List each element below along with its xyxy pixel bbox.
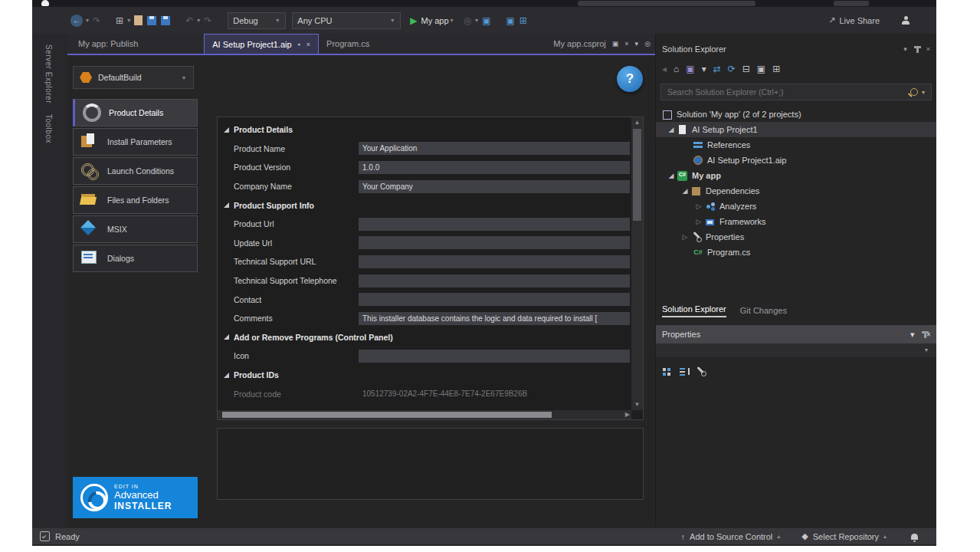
technical-support-url-input[interactable] [359, 255, 630, 268]
platform-dropdown[interactable]: Any CPU ▾ [292, 12, 401, 29]
categorized-icon[interactable] [662, 366, 673, 376]
preview-window-icon[interactable]: ▣ [482, 15, 490, 26]
contact-input[interactable] [359, 293, 630, 306]
alphabetical-icon[interactable] [679, 366, 690, 376]
tool-dropdown-caret-icon[interactable]: ▾ [127, 17, 130, 24]
window-menu-caret-icon[interactable]: ▾ [910, 330, 915, 340]
tree-row-dependencies[interactable]: ◢ Dependencies [656, 183, 936, 199]
tab-my-app-csproj[interactable]: My app.csproj ▣ × ▾ ◎ [553, 34, 655, 54]
product-version-input[interactable]: 1.0.0 [359, 161, 630, 174]
category-msix[interactable]: MSIX [73, 215, 198, 243]
start-debugging-button[interactable]: ▶ My app ▾ [410, 15, 454, 26]
pending-changes-filter-icon[interactable]: ▾ [702, 64, 706, 74]
auto-hide-pin-icon[interactable] [916, 46, 919, 53]
property-pages-icon[interactable] [696, 366, 706, 376]
product-name-input[interactable]: Your Application [359, 142, 630, 155]
section-product-ids[interactable]: Product IDs [221, 366, 630, 385]
comments-input[interactable]: This installer database contains the log… [359, 312, 630, 325]
hot-reload-icon[interactable]: ◎ [464, 15, 471, 26]
build-tool-icon[interactable]: ⊞ [116, 15, 123, 26]
tree-row-my-app[interactable]: ◢ C# My app [656, 168, 936, 183]
vertical-scrollbar[interactable]: ▲ ▼ [631, 117, 643, 410]
tab-ai-setup-project[interactable]: AI Setup Project1.aip ▪ × [204, 34, 319, 54]
quick-search-box[interactable] [578, 1, 755, 6]
save-all-icon[interactable] [161, 16, 170, 25]
search-options-caret-icon[interactable]: ▾ [922, 89, 925, 96]
collapsed-arrow-icon[interactable]: ▷ [694, 202, 703, 210]
tab-list-caret-icon[interactable]: ▾ [635, 40, 639, 48]
switch-views-icon[interactable]: ▣ [686, 64, 694, 74]
solution-explorer-search-box[interactable]: ▾ [660, 84, 932, 100]
tree-row-ai-setup-project[interactable]: ◢ AI Setup Project1 [656, 122, 936, 137]
window-menu-caret-icon[interactable]: ▾ [903, 45, 907, 53]
category-product-details[interactable]: Product Details [73, 99, 198, 127]
sync-with-active-document-icon[interactable]: ⇄ [713, 64, 721, 74]
expanded-arrow-icon[interactable]: ◢ [667, 172, 676, 179]
home-icon[interactable]: ⌂ [674, 64, 679, 74]
toolbox-tab[interactable]: Toolbox [44, 114, 53, 143]
category-dialogs[interactable]: Dialogs [73, 245, 198, 272]
pin-icon[interactable]: ▪ [298, 41, 300, 48]
select-repository-button[interactable]: ◆ Select Repository ▴ [801, 531, 888, 541]
account-icon[interactable] [901, 16, 910, 25]
new-file-icon[interactable] [134, 15, 143, 25]
technical-support-telephone-input[interactable] [359, 274, 630, 288]
live-share-button[interactable]: ↗ Live Share [828, 15, 880, 25]
close-icon[interactable]: × [306, 41, 310, 48]
tree-row-solution[interactable]: Solution 'My app' (2 of 2 projects) [656, 107, 936, 122]
window-controls[interactable] [834, 1, 869, 6]
category-launch-conditions[interactable]: Launch Conditions [73, 157, 198, 185]
navigate-back-icon[interactable]: ← [70, 15, 83, 27]
undo-icon[interactable]: ↶ [185, 15, 193, 26]
properties-window-icon[interactable]: ⊞ [772, 64, 780, 74]
tree-row-analyzers[interactable]: ▷ Analyzers [656, 199, 936, 214]
section-add-remove-programs[interactable]: Add or Remove Programs (Control Panel) [221, 328, 630, 347]
toolbox-window-icon[interactable]: ⊞ [519, 15, 527, 26]
company-name-input[interactable]: Your Company [359, 180, 630, 193]
server-explorer-tab[interactable]: Server Explorer [44, 44, 53, 104]
save-icon[interactable] [147, 16, 156, 25]
advanced-installer-banner[interactable]: EDIT IN Advanced INSTALLER [73, 477, 198, 518]
section-product-details[interactable]: Product Details [221, 120, 630, 140]
float-window-icon[interactable]: ◎ [644, 40, 651, 48]
update-url-input[interactable] [359, 236, 630, 249]
tab-my-app-publish[interactable]: My app: Publish [70, 34, 169, 54]
scroll-right-icon[interactable]: ▶ [625, 410, 630, 419]
expanded-arrow-icon[interactable]: ◢ [680, 187, 690, 195]
close-icon[interactable]: × [624, 40, 628, 48]
tab-git-changes[interactable]: Git Changes [740, 306, 787, 317]
close-icon[interactable]: × [926, 45, 930, 53]
help-button[interactable]: ? [617, 66, 643, 92]
section-product-support-info[interactable]: Product Support Info [221, 196, 630, 215]
add-to-source-control-button[interactable]: ↑ Add to Source Control ▴ [681, 532, 782, 541]
scroll-down-icon[interactable]: ▼ [631, 399, 643, 410]
search-input[interactable] [666, 87, 910, 97]
properties-object-dropdown[interactable]: ▾ [656, 343, 936, 357]
tree-row-frameworks[interactable]: ▷ Frameworks [656, 214, 936, 229]
tree-row-program-cs[interactable]: C# Program.cs [656, 245, 936, 260]
keep-open-icon[interactable]: ▣ [612, 40, 619, 48]
background-tasks-icon[interactable] [40, 531, 50, 541]
tab-program-cs[interactable]: Program.cs [319, 34, 377, 54]
icon-input[interactable] [359, 350, 630, 363]
scroll-up-icon[interactable]: ▲ [631, 117, 643, 128]
category-install-parameters[interactable]: Install Parameters [73, 128, 198, 156]
vertical-scrollbar-thumb[interactable] [633, 129, 641, 221]
redo-icon[interactable]: ↷ [204, 15, 211, 26]
collapsed-arrow-icon[interactable]: ▷ [680, 233, 690, 241]
horizontal-scrollbar-thumb[interactable] [222, 412, 552, 418]
tab-solution-explorer[interactable]: Solution Explorer [662, 304, 726, 317]
tree-row-aip-file[interactable]: AI Setup Project1.aip [656, 153, 936, 168]
show-all-files-icon[interactable]: ▣ [757, 64, 765, 74]
back-icon[interactable]: ◂ [662, 64, 667, 74]
navigate-forward-icon[interactable]: ↷ [93, 15, 100, 26]
notifications-bell-icon[interactable] [911, 534, 918, 540]
collapsed-arrow-icon[interactable]: ▷ [694, 218, 703, 225]
undo-dropdown-caret-icon[interactable]: ▾ [197, 17, 200, 24]
configuration-dropdown[interactable]: Debug ▾ [228, 12, 286, 29]
horizontal-scrollbar[interactable]: ▶ [218, 410, 631, 419]
refresh-icon[interactable]: ⟳ [728, 64, 736, 74]
product-url-input[interactable] [359, 218, 630, 231]
hot-reload-caret-icon[interactable]: ▾ [475, 17, 478, 24]
web-browser-icon[interactable]: ▣ [506, 15, 514, 26]
